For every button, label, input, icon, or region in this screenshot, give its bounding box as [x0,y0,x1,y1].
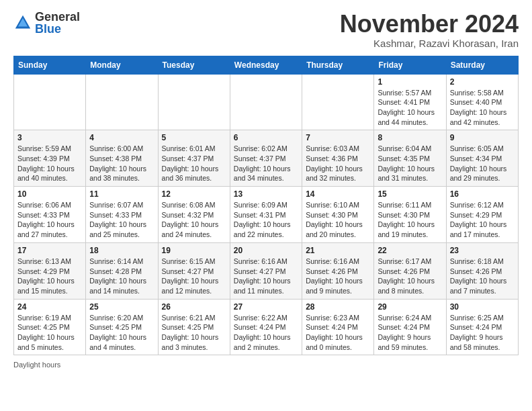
day-info: Sunrise: 6:03 AM Sunset: 4:36 PM Dayligh… [306,144,370,183]
table-row: 22Sunrise: 6:17 AM Sunset: 4:26 PM Dayli… [374,242,446,299]
day-number: 26 [162,302,226,312]
table-row: 6Sunrise: 6:02 AM Sunset: 4:37 PM Daylig… [230,130,302,187]
table-row: 5Sunrise: 6:01 AM Sunset: 4:37 PM Daylig… [158,130,230,187]
day-number: 3 [17,133,82,142]
table-row: 13Sunrise: 6:09 AM Sunset: 4:31 PM Dayli… [230,187,302,243]
day-number: 16 [450,189,515,199]
day-info: Sunrise: 6:09 AM Sunset: 4:31 PM Dayligh… [234,200,298,240]
table-row: 15Sunrise: 6:11 AM Sunset: 4:30 PM Dayli… [374,187,446,243]
logo-general: General [35,11,80,23]
day-number: 14 [306,189,370,199]
day-info: Sunrise: 6:23 AM Sunset: 4:24 PM Dayligh… [306,313,370,353]
table-row: 18Sunrise: 6:14 AM Sunset: 4:28 PM Dayli… [86,242,158,299]
day-info: Sunrise: 6:06 AM Sunset: 4:33 PM Dayligh… [17,200,82,240]
day-number: 6 [234,133,298,142]
table-row: 4Sunrise: 6:00 AM Sunset: 4:38 PM Daylig… [86,130,158,187]
day-number: 10 [17,189,82,199]
calendar-week-3: 10Sunrise: 6:06 AM Sunset: 4:33 PM Dayli… [14,187,519,243]
col-header-tuesday: Tuesday [158,56,230,74]
col-header-wednesday: Wednesday [230,56,302,74]
table-row [230,74,302,130]
day-info: Sunrise: 6:15 AM Sunset: 4:27 PM Dayligh… [162,257,226,296]
table-row: 3Sunrise: 5:59 AM Sunset: 4:39 PM Daylig… [14,130,86,187]
table-row: 12Sunrise: 6:08 AM Sunset: 4:32 PM Dayli… [158,187,230,243]
col-header-monday: Monday [86,56,158,74]
day-info: Sunrise: 6:04 AM Sunset: 4:35 PM Dayligh… [378,144,442,183]
table-row: 16Sunrise: 6:12 AM Sunset: 4:29 PM Dayli… [446,187,518,243]
day-number: 2 [450,77,515,87]
day-number: 1 [378,77,442,87]
calendar-week-4: 17Sunrise: 6:13 AM Sunset: 4:29 PM Dayli… [14,242,519,299]
logo-blue: Blue [35,23,80,35]
logo-text: General Blue [35,11,80,35]
logo-icon [13,13,32,32]
day-info: Sunrise: 6:17 AM Sunset: 4:26 PM Dayligh… [378,257,442,296]
table-row: 14Sunrise: 6:10 AM Sunset: 4:30 PM Dayli… [302,187,374,243]
day-info: Sunrise: 6:18 AM Sunset: 4:26 PM Dayligh… [450,257,515,296]
day-number: 13 [234,189,298,199]
calendar-week-2: 3Sunrise: 5:59 AM Sunset: 4:39 PM Daylig… [14,130,519,187]
table-row: 17Sunrise: 6:13 AM Sunset: 4:29 PM Dayli… [14,242,86,299]
day-number: 20 [234,246,298,255]
title-area: November 2024 Kashmar, Razavi Khorasan, … [340,11,519,49]
day-number: 25 [89,302,154,312]
day-info: Sunrise: 6:25 AM Sunset: 4:24 PM Dayligh… [450,313,515,353]
header-row: SundayMondayTuesdayWednesdayThursdayFrid… [14,56,519,74]
day-info: Sunrise: 5:58 AM Sunset: 4:40 PM Dayligh… [450,88,515,128]
table-row: 27Sunrise: 6:22 AM Sunset: 4:24 PM Dayli… [230,299,302,355]
day-info: Sunrise: 5:57 AM Sunset: 4:41 PM Dayligh… [378,88,442,128]
col-header-sunday: Sunday [14,56,86,74]
table-row: 8Sunrise: 6:04 AM Sunset: 4:35 PM Daylig… [374,130,446,187]
day-info: Sunrise: 6:12 AM Sunset: 4:29 PM Dayligh… [450,200,515,240]
col-header-friday: Friday [374,56,446,74]
day-info: Sunrise: 6:24 AM Sunset: 4:24 PM Dayligh… [378,313,442,353]
day-info: Sunrise: 6:16 AM Sunset: 4:27 PM Dayligh… [234,257,298,296]
logo-area: General Blue [13,11,80,35]
table-row: 30Sunrise: 6:25 AM Sunset: 4:24 PM Dayli… [446,299,518,355]
day-info: Sunrise: 6:02 AM Sunset: 4:37 PM Dayligh… [234,144,298,183]
table-row: 10Sunrise: 6:06 AM Sunset: 4:33 PM Dayli… [14,187,86,243]
header: General Blue November 2024 Kashmar, Raza… [13,11,519,49]
col-header-thursday: Thursday [302,56,374,74]
day-number: 29 [378,302,442,312]
table-row: 24Sunrise: 6:19 AM Sunset: 4:25 PM Dayli… [14,299,86,355]
day-number: 28 [306,302,370,312]
table-row [14,74,86,130]
day-number: 9 [450,133,515,142]
table-row: 21Sunrise: 6:16 AM Sunset: 4:26 PM Dayli… [302,242,374,299]
month-title: November 2024 [340,11,519,38]
day-info: Sunrise: 6:20 AM Sunset: 4:25 PM Dayligh… [89,313,154,353]
day-number: 18 [89,246,154,255]
table-row: 23Sunrise: 6:18 AM Sunset: 4:26 PM Dayli… [446,242,518,299]
day-info: Sunrise: 6:14 AM Sunset: 4:28 PM Dayligh… [89,257,154,296]
table-row [158,74,230,130]
day-info: Sunrise: 6:08 AM Sunset: 4:32 PM Dayligh… [162,200,226,240]
day-number: 4 [89,133,154,142]
table-row [86,74,158,130]
table-row: 28Sunrise: 6:23 AM Sunset: 4:24 PM Dayli… [302,299,374,355]
day-info: Sunrise: 6:21 AM Sunset: 4:25 PM Dayligh… [162,313,226,353]
day-info: Sunrise: 6:07 AM Sunset: 4:33 PM Dayligh… [89,200,154,240]
col-header-saturday: Saturday [446,56,518,74]
daylight-label: Daylight hours [13,361,60,369]
table-row: 7Sunrise: 6:03 AM Sunset: 4:36 PM Daylig… [302,130,374,187]
day-number: 15 [378,189,442,199]
day-info: Sunrise: 5:59 AM Sunset: 4:39 PM Dayligh… [17,144,82,183]
day-number: 5 [162,133,226,142]
day-number: 11 [89,189,154,199]
calendar-week-1: 1Sunrise: 5:57 AM Sunset: 4:41 PM Daylig… [14,74,519,130]
subtitle: Kashmar, Razavi Khorasan, Iran [340,38,519,49]
table-row: 1Sunrise: 5:57 AM Sunset: 4:41 PM Daylig… [374,74,446,130]
day-info: Sunrise: 6:10 AM Sunset: 4:30 PM Dayligh… [306,200,370,240]
day-number: 22 [378,246,442,255]
day-number: 30 [450,302,515,312]
table-row: 2Sunrise: 5:58 AM Sunset: 4:40 PM Daylig… [446,74,518,130]
table-row [302,74,374,130]
day-number: 24 [17,302,82,312]
table-row: 19Sunrise: 6:15 AM Sunset: 4:27 PM Dayli… [158,242,230,299]
table-row: 29Sunrise: 6:24 AM Sunset: 4:24 PM Dayli… [374,299,446,355]
day-info: Sunrise: 6:05 AM Sunset: 4:34 PM Dayligh… [450,144,515,183]
table-row: 26Sunrise: 6:21 AM Sunset: 4:25 PM Dayli… [158,299,230,355]
table-row: 25Sunrise: 6:20 AM Sunset: 4:25 PM Dayli… [86,299,158,355]
calendar-week-5: 24Sunrise: 6:19 AM Sunset: 4:25 PM Dayli… [14,299,519,355]
